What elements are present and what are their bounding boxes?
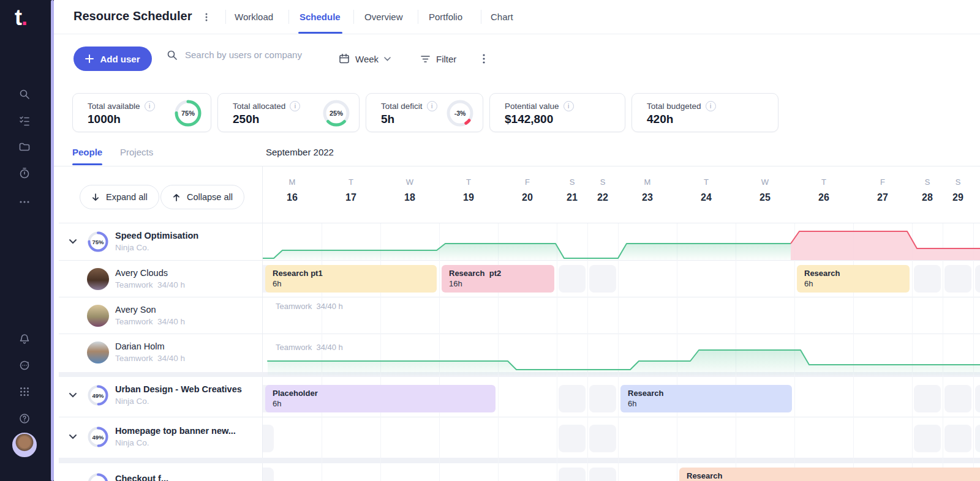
utilization-chart-darian-holm (263, 334, 980, 375)
person-name[interactable]: Avery Clouds (115, 268, 168, 278)
add-user-button[interactable]: Add user (74, 47, 152, 71)
column-gridline (380, 223, 381, 481)
weekend-cell (589, 265, 616, 293)
allocation-bar[interactable]: Placeholder 6h (265, 385, 496, 412)
column-gridline (943, 223, 943, 481)
svg-text:75%: 75% (92, 239, 104, 245)
weekend-cell (589, 468, 616, 481)
chevron-down-icon (384, 57, 391, 61)
weekend-cell (559, 468, 586, 481)
allocation-bar[interactable]: Research pt2 16h (442, 265, 554, 293)
tab-chart[interactable]: Chart (491, 12, 513, 22)
chevron-down-icon[interactable] (69, 434, 77, 440)
day-header: T26 (794, 177, 853, 203)
info-icon[interactable]: i (706, 101, 716, 111)
day-header: W25 (736, 177, 794, 203)
day-header-weekend: S21 (557, 177, 587, 203)
row-workload-label: Teamwork 34/40 h (276, 343, 343, 352)
column-gridline (794, 223, 795, 481)
project-name[interactable]: Urban Design - Web Creatives (115, 384, 242, 394)
weekend-cell (975, 385, 980, 412)
group-gap-band (59, 372, 980, 377)
allocation-bar[interactable]: Research 6h (620, 385, 792, 412)
project-name[interactable]: Checkout f... (115, 474, 168, 481)
collapse-all-button[interactable]: Collapse all (160, 185, 244, 209)
filter-icon (420, 54, 431, 64)
day-header: F20 (498, 177, 557, 203)
info-icon[interactable]: i (290, 101, 300, 111)
chevron-down-icon[interactable] (69, 239, 77, 245)
plus-icon (85, 54, 94, 63)
svg-text:75%: 75% (181, 110, 195, 117)
utilization-ring: 49% (87, 384, 109, 406)
column-gridline (587, 223, 588, 481)
tab-workload[interactable]: Workload (235, 12, 273, 22)
column-gridline (557, 223, 557, 481)
search-input[interactable] (184, 49, 333, 61)
column-gridline (498, 223, 499, 481)
more-icon[interactable] (18, 196, 31, 208)
tab-people[interactable]: People (72, 147, 102, 157)
project-name[interactable]: Speed Optimisation (115, 231, 198, 240)
day-header: T24 (677, 177, 736, 203)
tab-portfolio[interactable]: Portfolio (429, 12, 462, 22)
projects-folder-icon[interactable] (18, 141, 31, 153)
tab-schedule[interactable]: Schedule (300, 12, 341, 22)
project-company: Ninja Co. (115, 243, 149, 252)
person-name[interactable]: Darian Holm (115, 341, 165, 351)
column-gridline (618, 223, 619, 481)
tab-divider (418, 10, 418, 24)
weekend-cell (914, 265, 941, 293)
chat-support-icon[interactable] (18, 359, 31, 371)
allocation-bar[interactable]: Research pt1 6h (265, 265, 437, 293)
filter-button[interactable]: Filter (420, 49, 456, 69)
column-gridline (736, 223, 736, 481)
chevron-down-icon[interactable] (69, 392, 77, 398)
avatar[interactable] (87, 305, 109, 327)
utilization-ring: 49% (87, 426, 109, 448)
card-value: 420h (647, 113, 673, 126)
day-header: F27 (853, 177, 912, 203)
svg-text:25%: 25% (330, 110, 343, 117)
toolbar-kebab-icon[interactable] (480, 53, 488, 67)
apps-grid-icon[interactable] (18, 386, 31, 398)
period-selector[interactable]: Week (339, 49, 391, 69)
timer-icon[interactable] (18, 167, 31, 179)
weekend-cell (559, 425, 586, 452)
tab-overview[interactable]: Overview (364, 12, 403, 22)
avatar[interactable] (87, 341, 109, 364)
person-name[interactable]: Avery Son (115, 305, 156, 315)
notifications-bell-icon[interactable] (18, 333, 31, 345)
progress-ring: 75% (174, 99, 202, 127)
info-icon[interactable]: i (427, 101, 437, 111)
row-workload-label: Teamwork 34/40 h (276, 302, 343, 311)
tasks-checklist-icon[interactable] (18, 114, 31, 127)
tab-divider (288, 10, 289, 24)
day-header: W18 (380, 177, 439, 203)
search-icon[interactable] (18, 88, 31, 100)
expand-all-button[interactable]: Expand all (80, 185, 159, 209)
info-icon[interactable]: i (564, 101, 574, 111)
row-divider (59, 297, 980, 297)
user-avatar[interactable] (12, 433, 37, 457)
svg-text:49%: 49% (92, 434, 104, 441)
info-icon[interactable]: i (145, 101, 155, 111)
people-tab-underline (72, 163, 102, 165)
help-icon[interactable] (18, 412, 31, 425)
sidebar-scrollbar[interactable] (51, 0, 54, 481)
avatar[interactable] (87, 268, 109, 290)
project-name[interactable]: Homepage top banner new... (115, 426, 236, 436)
person-workload: Teamwork 34/40 h (115, 354, 185, 363)
row-divider (59, 260, 980, 261)
card-value: 1000h (88, 113, 121, 126)
allocation-bar[interactable]: Research 6h (797, 265, 910, 293)
allocation-bar[interactable]: Research (679, 468, 980, 481)
app-logo[interactable]: t. (15, 5, 27, 31)
card-value: 250h (233, 113, 259, 126)
column-gridline (322, 223, 322, 481)
card-label: Total availablei (88, 101, 155, 111)
tabs-divider (54, 166, 980, 166)
column-gridline (912, 223, 913, 481)
tab-projects[interactable]: Projects (120, 147, 153, 157)
title-kebab-icon[interactable] (202, 11, 211, 26)
